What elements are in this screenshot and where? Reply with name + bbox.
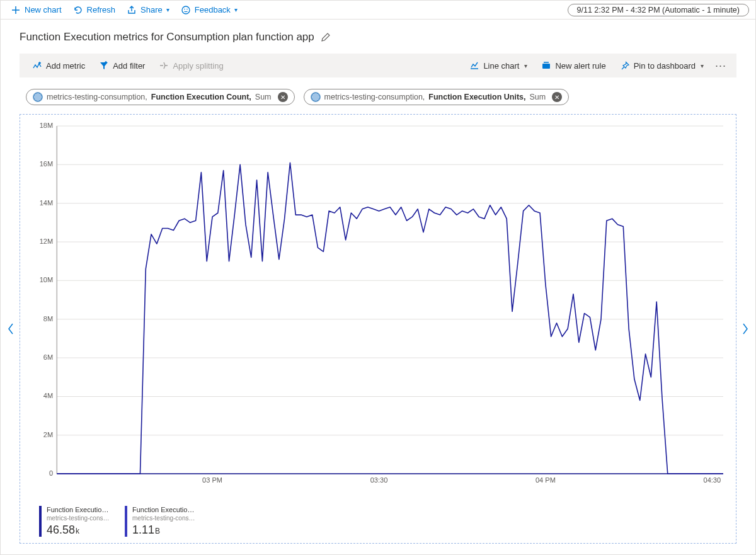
legend-subtitle: metrics-testing-cons… [132, 515, 198, 523]
add-filter-button[interactable]: Add filter [94, 58, 150, 73]
remove-pill-icon[interactable]: ✕ [278, 92, 288, 102]
pin-to-dashboard-button[interactable]: Pin to dashboard ▾ [615, 58, 709, 73]
new-chart-button[interactable]: New chart [7, 4, 66, 16]
add-filter-label: Add filter [113, 61, 145, 71]
refresh-label: Refresh [87, 5, 116, 14]
metric-pill-resource: metrics-testing-consumption, [324, 93, 425, 101]
metric-pill[interactable]: metrics-testing-consumption, Function Ex… [26, 89, 295, 105]
svg-text:6M: 6M [43, 353, 53, 361]
chart-type-label: Line chart [483, 61, 519, 71]
chevron-down-icon: ▾ [234, 6, 238, 13]
feedback-button[interactable]: Feedback ▾ [177, 4, 241, 16]
metric-pill-agg: Sum [530, 93, 546, 101]
legend-item[interactable]: Function Execution C… metrics-testing-co… [39, 506, 113, 537]
svg-text:10M: 10M [40, 276, 54, 283]
refresh-icon [73, 5, 83, 15]
alert-icon [541, 60, 551, 71]
legend-title: Function Execution C… [47, 506, 112, 515]
chevron-down-icon: ▾ [524, 62, 527, 69]
svg-text:03:30: 03:30 [370, 476, 388, 484]
metric-pill[interactable]: metrics-testing-consumption, Function Ex… [304, 89, 570, 105]
svg-text:03 PM: 03 PM [202, 476, 222, 484]
add-metric-icon [32, 60, 42, 71]
pin-to-dashboard-label: Pin to dashboard [634, 61, 696, 71]
svg-text:4M: 4M [43, 392, 53, 399]
smiley-icon [181, 5, 191, 15]
svg-point-0 [182, 6, 190, 14]
new-chart-label: New chart [25, 5, 62, 14]
svg-text:2M: 2M [43, 431, 53, 438]
svg-text:04:30: 04:30 [703, 476, 721, 484]
remove-pill-icon[interactable]: ✕ [552, 92, 562, 102]
legend-title: Function Execution U… [132, 506, 198, 515]
svg-text:0: 0 [49, 469, 53, 477]
chart-legend: Function Execution C… metrics-testing-co… [39, 506, 199, 537]
legend-subtitle: metrics-testing-cons… [47, 515, 112, 523]
svg-point-2 [186, 8, 188, 9]
add-metric-label: Add metric [46, 61, 85, 71]
top-toolbar: New chart Refresh Share ▾ Feedback ▾ 9/1… [1, 1, 755, 20]
plot-area: 02M4M6M8M10M12M14M16M18M03 PM03:3004 PM0… [26, 120, 730, 486]
pin-icon [620, 60, 630, 71]
svg-text:04 PM: 04 PM [536, 476, 556, 484]
chart-type-button[interactable]: Line chart ▾ [464, 58, 532, 73]
chart-toolbar: Add metric Add filter Apply splitting Li… [20, 54, 736, 77]
svg-text:18M: 18M [40, 122, 54, 129]
metric-pill-metric: Function Execution Count, [151, 93, 251, 101]
svg-text:16M: 16M [40, 160, 54, 168]
chart-nav-left[interactable] [6, 321, 15, 336]
split-icon [159, 60, 169, 71]
resource-icon [33, 92, 43, 102]
plus-icon [11, 5, 21, 15]
new-alert-rule-button[interactable]: New alert rule [536, 58, 610, 73]
metric-pill-metric: Function Execution Units, [428, 93, 525, 101]
add-metric-button[interactable]: Add metric [27, 58, 90, 73]
time-range-picker[interactable]: 9/11 2:32 PM - 4:32 PM (Automatic - 1 mi… [568, 4, 749, 16]
legend-value: 1.11B [132, 523, 198, 537]
chevron-right-icon [742, 323, 749, 335]
share-icon [127, 5, 137, 15]
time-range-label: 9/11 2:32 PM - 4:32 PM (Automatic - 1 mi… [577, 6, 740, 14]
legend-item[interactable]: Function Execution U… metrics-testing-co… [125, 506, 199, 537]
feedback-label: Feedback [195, 5, 231, 14]
svg-text:14M: 14M [40, 199, 54, 207]
page-title: Function Execution metrics for Consumpti… [20, 31, 314, 43]
apply-splitting-button: Apply splitting [154, 58, 228, 73]
more-actions-button[interactable]: ··· [713, 59, 729, 72]
share-button[interactable]: Share ▾ [123, 4, 173, 16]
svg-text:8M: 8M [43, 315, 53, 323]
svg-rect-3 [542, 64, 550, 69]
apply-splitting-label: Apply splitting [173, 61, 223, 71]
share-label: Share [140, 5, 163, 14]
resource-icon [311, 92, 321, 102]
chevron-down-icon: ▾ [701, 62, 704, 69]
legend-value: 46.58k [47, 523, 112, 537]
chart-area[interactable]: 02M4M6M8M10M12M14M16M18M03 PM03:3004 PM0… [20, 114, 736, 544]
metric-pill-agg: Sum [255, 93, 272, 101]
new-alert-rule-label: New alert rule [555, 61, 605, 71]
refresh-button[interactable]: Refresh [69, 4, 120, 16]
chevron-down-icon: ▾ [166, 6, 169, 13]
pencil-icon[interactable] [321, 32, 331, 42]
metric-pill-row: metrics-testing-consumption, Function Ex… [1, 77, 755, 105]
line-chart-icon [469, 60, 479, 71]
svg-text:12M: 12M [40, 237, 54, 245]
chart-nav-right[interactable] [741, 321, 750, 336]
chevron-left-icon [7, 323, 14, 335]
legend-color-swatch [39, 506, 42, 537]
filter-icon [99, 60, 109, 71]
metric-pill-resource: metrics-testing-consumption, [47, 93, 147, 101]
legend-color-swatch [125, 506, 127, 537]
svg-point-1 [184, 8, 185, 9]
